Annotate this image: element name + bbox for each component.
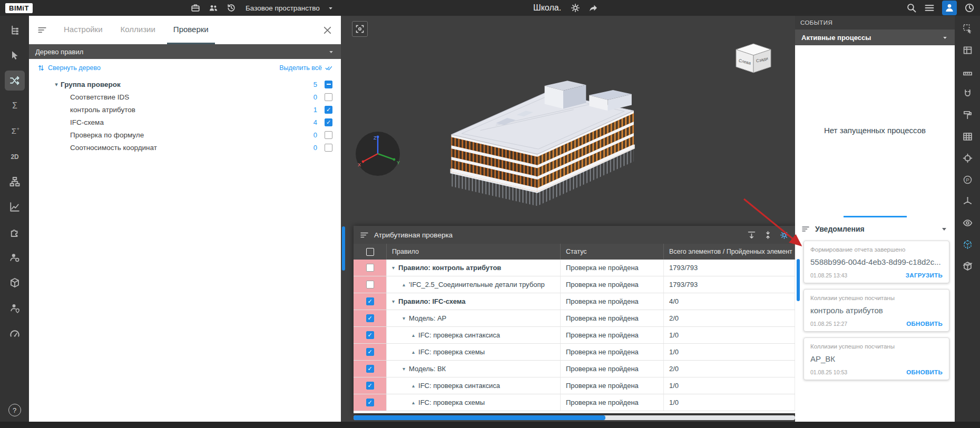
row-checkbox[interactable] bbox=[366, 365, 374, 373]
column-status[interactable]: Статус bbox=[561, 244, 664, 260]
tree-item-checkbox[interactable] bbox=[325, 118, 332, 126]
app-logo[interactable]: BIMiT bbox=[5, 3, 33, 13]
tree-item-checkbox[interactable] bbox=[325, 81, 332, 88]
profile-icon[interactable] bbox=[942, 1, 957, 15]
expand-row-icon[interactable]: ▴ bbox=[412, 383, 415, 389]
table-row[interactable]: ▾Модель: АРПроверка не пройдена2/0 bbox=[354, 310, 795, 327]
expand-row-icon[interactable]: ▴ bbox=[412, 332, 415, 338]
processes-caret-icon[interactable] bbox=[942, 34, 948, 41]
close-panel-icon[interactable] bbox=[322, 25, 332, 35]
dashboard-icon[interactable] bbox=[5, 323, 25, 343]
table-row[interactable]: ▴IFC: проверка схемыПроверка не пройдена… bbox=[354, 394, 795, 411]
select-window-icon[interactable] bbox=[959, 20, 976, 37]
focus-model-button[interactable] bbox=[352, 21, 368, 37]
table-row[interactable]: ▾Правило: контроль атрибутовПроверка не … bbox=[354, 260, 795, 276]
row-checkbox[interactable] bbox=[366, 314, 374, 322]
search-icon[interactable] bbox=[906, 3, 917, 13]
row-checkbox[interactable] bbox=[366, 399, 374, 406]
user-location-icon[interactable] bbox=[5, 298, 25, 318]
tree-item[interactable]: Соответствие IDS0 bbox=[29, 91, 341, 103]
paint-roller-icon[interactable] bbox=[959, 106, 976, 123]
notifications-caret-icon[interactable] bbox=[940, 225, 948, 233]
table-settings-icon[interactable] bbox=[780, 231, 789, 240]
collapse-tree-link[interactable]: Свернуть дерево bbox=[37, 64, 101, 72]
menu-icon[interactable] bbox=[924, 3, 935, 13]
tree-item[interactable]: контроль атрибутов1 bbox=[29, 103, 341, 116]
tab-settings[interactable]: Настройки bbox=[57, 16, 109, 44]
row-checkbox[interactable] bbox=[366, 382, 374, 390]
table-row[interactable]: ▴IFC: проверка синтаксисаПроверка не про… bbox=[354, 377, 795, 394]
recent-icon[interactable] bbox=[964, 3, 975, 13]
fit-columns-icon[interactable] bbox=[747, 231, 756, 240]
view-2d-icon[interactable]: 2D bbox=[5, 146, 25, 166]
column-rule[interactable]: Правило bbox=[387, 244, 561, 260]
row-checkbox[interactable] bbox=[366, 297, 374, 305]
focus-center-icon[interactable] bbox=[959, 150, 976, 166]
magnet-icon[interactable] bbox=[959, 85, 976, 102]
row-checkbox[interactable] bbox=[366, 281, 374, 288]
collapse-row-icon[interactable]: ▾ bbox=[403, 366, 405, 372]
panel-v-scrollbar[interactable] bbox=[342, 226, 345, 271]
table-row[interactable]: ▴IFC: проверка схемыПроверка не пройдена… bbox=[354, 344, 795, 361]
expand-row-icon[interactable]: ▴ bbox=[403, 282, 405, 287]
scheme-icon[interactable] bbox=[5, 172, 25, 192]
table-h-scrollbar[interactable] bbox=[354, 415, 795, 420]
tab-collisions[interactable]: Коллизии bbox=[114, 16, 162, 44]
table-row[interactable]: ▾Правило: IFC-схемаПроверка не пройдена4… bbox=[354, 293, 795, 310]
workspace-caret-icon[interactable] bbox=[327, 5, 334, 12]
parking-mode-icon[interactable]: P bbox=[959, 171, 976, 188]
zoom-window-icon[interactable] bbox=[959, 42, 976, 58]
table-row[interactable]: ▴IFC: проверка синтаксисаПроверка не про… bbox=[354, 327, 795, 344]
model-cube-icon[interactable] bbox=[5, 273, 25, 293]
select-tool-icon[interactable] bbox=[5, 45, 25, 65]
notification-action-button[interactable]: ОБНОВИТЬ bbox=[906, 321, 943, 327]
tree-item-checkbox[interactable] bbox=[325, 106, 332, 114]
notification-action-button[interactable]: ЗАГРУЗИТЬ bbox=[906, 272, 943, 278]
project-settings-icon[interactable] bbox=[571, 3, 580, 13]
help-button[interactable]: ? bbox=[8, 404, 21, 416]
user-settings-icon[interactable] bbox=[5, 247, 25, 267]
row-checkbox[interactable] bbox=[366, 264, 374, 272]
row-checkbox[interactable] bbox=[366, 331, 374, 339]
tab-checks[interactable]: Проверки bbox=[167, 16, 215, 44]
table-row[interactable]: ▴'IFC_2.5_Соединительные детали трубопрП… bbox=[354, 276, 795, 293]
axis-gizmo[interactable]: Z Y X bbox=[352, 128, 403, 179]
expand-row-icon[interactable]: ▴ bbox=[412, 349, 415, 355]
select-all-rows-checkbox[interactable] bbox=[366, 248, 374, 256]
sum-icon[interactable]: Σ bbox=[5, 96, 25, 116]
tree-item[interactable]: Проверка по формуле0 bbox=[29, 128, 341, 141]
collapse-row-icon[interactable]: ▾ bbox=[392, 298, 395, 304]
rules-tree-caret-icon[interactable] bbox=[328, 48, 335, 55]
notifications-menu-icon[interactable] bbox=[801, 225, 810, 233]
section-box-icon[interactable] bbox=[959, 257, 976, 274]
table-row[interactable]: ▾Модель: ВКПроверка не пройдена2/0 bbox=[354, 361, 795, 377]
team-icon[interactable] bbox=[209, 3, 218, 13]
collapse-row-icon[interactable]: ▾ bbox=[403, 315, 405, 321]
viewport-3d[interactable]: Слева Сзади Z Y X Атриб bbox=[341, 16, 795, 422]
tree-item[interactable]: ▾Группа проверок5 bbox=[29, 78, 341, 91]
row-checkbox[interactable] bbox=[366, 348, 374, 356]
attr-menu-icon[interactable] bbox=[360, 231, 369, 240]
collapse-rows-icon[interactable] bbox=[763, 231, 772, 240]
tree-item[interactable]: Соотносимость координат0 bbox=[29, 141, 341, 154]
navigation-cube[interactable]: Слева Сзади bbox=[730, 39, 777, 76]
collapse-row-icon[interactable]: ▾ bbox=[392, 265, 395, 271]
tree-item-checkbox[interactable] bbox=[325, 131, 332, 139]
tree-item[interactable]: IFC-схема4 bbox=[29, 116, 341, 128]
visibility-icon[interactable] bbox=[959, 214, 976, 231]
workspace-name[interactable]: Базовое пространство bbox=[246, 4, 320, 12]
table-h-scrollbar-thumb[interactable] bbox=[354, 415, 605, 420]
notifications-header[interactable]: Уведомления bbox=[795, 221, 955, 237]
notifications-scrollbar[interactable] bbox=[797, 259, 800, 301]
rules-tree-header[interactable]: Дерево правил bbox=[29, 44, 341, 59]
plugins-icon[interactable] bbox=[5, 222, 25, 242]
panel-menu-icon[interactable] bbox=[37, 25, 47, 35]
graphs-icon[interactable] bbox=[5, 197, 25, 217]
model-structure-icon[interactable] bbox=[5, 20, 25, 40]
tree-item-checkbox[interactable] bbox=[325, 93, 332, 101]
sum-add-icon[interactable]: Σ+ bbox=[5, 121, 25, 141]
checks-tool-icon[interactable] bbox=[5, 71, 25, 91]
grid-table-icon[interactable] bbox=[959, 128, 976, 145]
tree-collapse-icon[interactable]: ▾ bbox=[52, 81, 61, 88]
axes-icon[interactable] bbox=[959, 193, 976, 210]
